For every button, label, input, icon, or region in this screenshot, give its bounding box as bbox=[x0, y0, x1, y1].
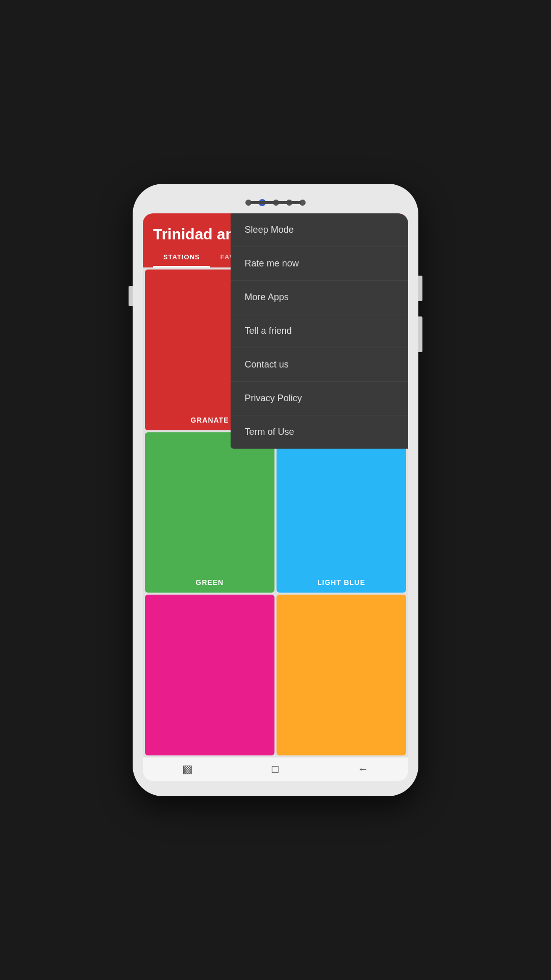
volume-right-button bbox=[418, 276, 422, 301]
station-name-lightblue: LIGHT BLUE bbox=[317, 578, 365, 586]
menu-item-contact-us[interactable]: Contact us bbox=[231, 348, 408, 382]
phone-frame: Trinidad and STATIONS FAVORITES GRANATE … bbox=[133, 184, 418, 796]
station-name-granate: GRANATE bbox=[190, 416, 229, 424]
station-card-lightblue[interactable]: LIGHT BLUE bbox=[277, 432, 406, 593]
menu-item-rate-me-now[interactable]: Rate me now bbox=[231, 247, 408, 281]
menu-item-privacy-policy[interactable]: Privacy Policy bbox=[231, 382, 408, 415]
back-icon[interactable]: ← bbox=[358, 763, 369, 776]
station-card-pink[interactable] bbox=[145, 595, 274, 755]
menu-item-term-of-use[interactable]: Term of Use bbox=[231, 415, 408, 449]
phone-screen: Trinidad and STATIONS FAVORITES GRANATE … bbox=[143, 213, 408, 781]
home-icon[interactable]: □ bbox=[272, 763, 279, 776]
recent-icon[interactable]: ▩ bbox=[182, 763, 193, 776]
station-card-green[interactable]: GREEN bbox=[145, 432, 274, 593]
menu-item-tell-a-friend[interactable]: Tell a friend bbox=[231, 314, 408, 348]
station-card-orange[interactable] bbox=[277, 595, 406, 755]
bottom-nav: ▩ □ ← bbox=[143, 757, 408, 781]
power-button bbox=[418, 316, 422, 352]
dropdown-menu: Sleep Mode Rate me now More Apps Tell a … bbox=[231, 213, 408, 449]
menu-item-sleep-mode[interactable]: Sleep Mode bbox=[231, 213, 408, 247]
volume-button bbox=[129, 286, 133, 306]
station-name-green: GREEN bbox=[196, 578, 224, 586]
speaker-bar bbox=[250, 201, 301, 204]
menu-item-more-apps[interactable]: More Apps bbox=[231, 281, 408, 314]
phone-top-bar bbox=[143, 199, 408, 206]
tab-stations[interactable]: STATIONS bbox=[153, 248, 210, 267]
